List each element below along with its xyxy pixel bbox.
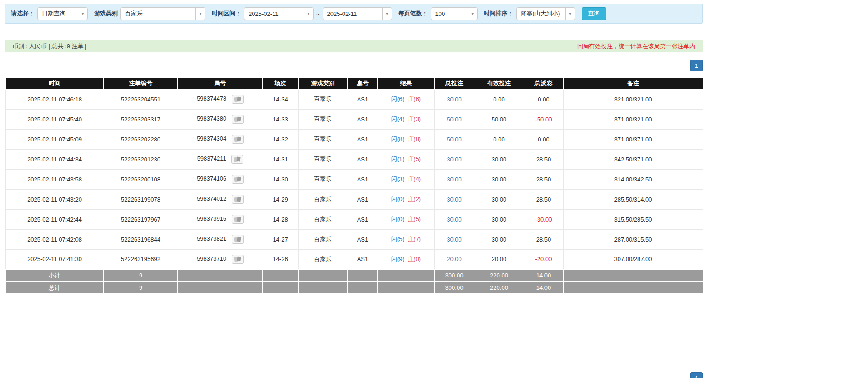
bet-time: 2025-02-11 07:42:44 (5, 209, 104, 229)
filter-bar: 请选择： 日期查询 ▼ 游戏类别 百家乐 ▼ 时间区间： 2025-02-11 … (5, 4, 703, 24)
bet-id: 522263203317 (104, 109, 178, 129)
bet-time: 2025-02-11 07:41:30 (5, 249, 104, 269)
total-count: 9 (104, 282, 178, 294)
search-button[interactable]: 查询 (582, 7, 606, 20)
col-header-bet-id: 注单编号 (104, 77, 178, 89)
table-number: AS1 (348, 169, 378, 189)
footer-empty-cell (378, 282, 434, 294)
bet-id: 522263199078 (104, 189, 178, 209)
round-cell: 598374304 (178, 129, 263, 149)
view-round-button[interactable] (232, 95, 244, 104)
footer-empty-cell (348, 269, 378, 282)
result-player: 闲(0) (391, 196, 404, 202)
result-cell: 闲(8) 庄(8) (378, 129, 434, 149)
result-player: 闲(3) (391, 176, 404, 182)
result-cell: 闲(5) 庄(7) (378, 229, 434, 249)
valid-bet: 30.00 (474, 229, 524, 249)
view-round-button[interactable] (232, 215, 244, 224)
sort-select[interactable]: 降幂(由大到小) ▼ (516, 7, 575, 20)
result-player: 闲(0) (391, 216, 404, 222)
result-player: 闲(6) (391, 96, 404, 102)
page-content: 请选择： 日期查询 ▼ 游戏类别 百家乐 ▼ 时间区间： 2025-02-11 … (5, 4, 703, 294)
payout: 28.50 (524, 169, 563, 189)
round-id: 598374012 (197, 195, 226, 202)
page-1-button[interactable]: 1 (690, 60, 703, 71)
total-bet-link[interactable]: 30.00 (447, 176, 462, 183)
game-type: 百家乐 (298, 89, 348, 109)
date-to-select[interactable]: 2025-02-11 ▼ (323, 7, 392, 20)
session: 14-28 (263, 209, 298, 229)
result-banker: 庄(7) (408, 236, 421, 242)
page-size-select[interactable]: 100 ▼ (431, 7, 478, 20)
payout: -50.00 (524, 109, 563, 129)
game-type-label: 游戏类别 (94, 10, 118, 18)
game-type: 百家乐 (298, 249, 348, 269)
total-bet-link[interactable]: 30.00 (447, 96, 462, 103)
table-row: 2025-02-11 07:46:18 522263204551 5983744… (5, 89, 703, 109)
bet-id: 522263196844 (104, 229, 178, 249)
subtotal-total-bet: 300.00 (434, 269, 474, 282)
session: 14-31 (263, 149, 298, 169)
total-bet-link[interactable]: 50.00 (447, 136, 462, 143)
view-round-button[interactable] (232, 195, 244, 204)
footer-empty-cell (348, 282, 378, 294)
total-bet-link[interactable]: 30.00 (447, 236, 462, 243)
table-number: AS1 (348, 189, 378, 209)
cards-icon (234, 156, 241, 162)
game-type: 百家乐 (298, 109, 348, 129)
remark: 321.00/321.00 (563, 89, 703, 109)
session: 14-34 (263, 89, 298, 109)
bet-time: 2025-02-11 07:43:20 (5, 189, 104, 209)
total-bet-link[interactable]: 50.00 (447, 116, 462, 123)
result-banker: 庄(5) (408, 156, 421, 162)
game-type: 百家乐 (298, 209, 348, 229)
bet-id: 522263201230 (104, 149, 178, 169)
round-cell: 598374478 (178, 89, 263, 109)
valid-bet: 20.00 (474, 249, 524, 269)
remark: 314.00/342.50 (563, 169, 703, 189)
game-type-select[interactable]: 百家乐 ▼ (120, 7, 205, 20)
valid-bet: 30.00 (474, 209, 524, 229)
total-bet-link[interactable]: 30.00 (447, 196, 462, 203)
col-header-game-type: 游戏类别 (298, 77, 348, 89)
total-bet-link[interactable]: 30.00 (447, 156, 462, 163)
view-round-button[interactable] (232, 115, 244, 124)
bet-id: 522263204551 (104, 89, 178, 109)
remark: 371.00/321.00 (563, 109, 703, 129)
total-bet-link[interactable]: 30.00 (447, 216, 462, 223)
table-number: AS1 (348, 129, 378, 149)
cards-icon (234, 237, 241, 242)
table-number: AS1 (348, 229, 378, 249)
view-round-button[interactable] (232, 175, 244, 184)
view-round-button[interactable] (232, 235, 244, 244)
col-header-total-bet: 总投注 (434, 77, 474, 89)
result-cell: 闲(6) 庄(6) (378, 89, 434, 109)
pagination-bottom: 1 (5, 372, 703, 378)
valid-bet: 0.00 (474, 129, 524, 149)
result-player: 闲(8) (391, 136, 404, 142)
bet-time: 2025-02-11 07:44:34 (5, 149, 104, 169)
view-round-button[interactable] (232, 135, 244, 144)
chevron-down-icon: ▼ (565, 8, 575, 20)
page-1-button[interactable]: 1 (690, 372, 703, 378)
cards-icon (234, 256, 241, 262)
bet-time: 2025-02-11 07:43:58 (5, 169, 104, 189)
round-cell: 598374380 (178, 109, 263, 129)
view-round-button[interactable] (232, 255, 244, 264)
valid-bet: 0.00 (474, 89, 524, 109)
total-bet-link[interactable]: 20.00 (447, 256, 462, 262)
bet-id: 522263195692 (104, 249, 178, 269)
valid-bet: 30.00 (474, 149, 524, 169)
total-label: 总计 (5, 282, 104, 294)
col-header-round-id: 局号 (178, 77, 263, 89)
col-header-valid-bet: 有效投注 (474, 77, 524, 89)
query-type-select[interactable]: 日期查询 ▼ (37, 7, 88, 20)
date-from-select[interactable]: 2025-02-11 ▼ (244, 7, 314, 20)
footer-empty-cell (263, 269, 298, 282)
result-banker: 庄(6) (408, 96, 421, 102)
bets-table: 时间 注单编号 局号 场次 游戏类别 桌号 结果 总投注 有效投注 总派彩 备注… (5, 77, 703, 294)
cards-icon (234, 176, 241, 182)
view-round-button[interactable] (231, 155, 243, 164)
game-type: 百家乐 (298, 129, 348, 149)
round-id: 598374211 (197, 155, 226, 162)
